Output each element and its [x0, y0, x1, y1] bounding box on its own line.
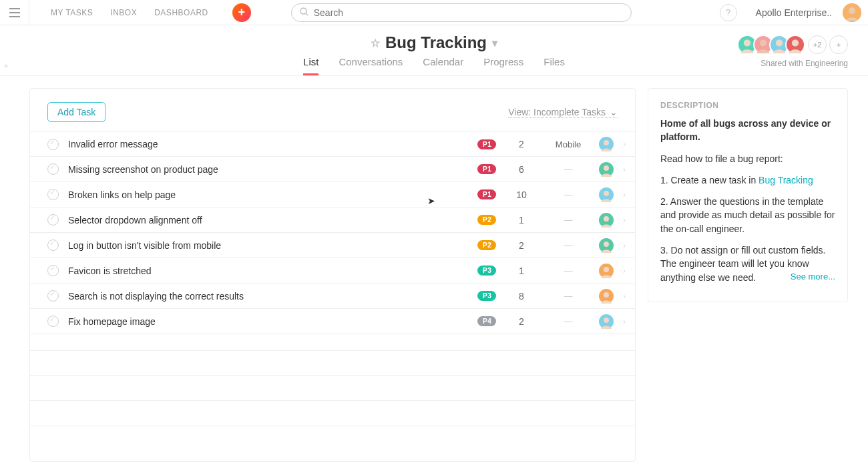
project-title[interactable]: ☆ Bug Tracking ▾ — [371, 33, 497, 52]
task-platform: — — [547, 316, 590, 326]
complete-checkbox[interactable] — [47, 139, 59, 150]
task-row[interactable]: Selector dropdown alignment offP21—› — [30, 207, 635, 233]
task-platform: — — [547, 215, 590, 225]
task-count: 2 — [505, 316, 537, 327]
nav-dashboard[interactable]: DASHBOARD — [154, 8, 208, 17]
svg-point-11 — [604, 242, 609, 247]
task-count: 1 — [505, 215, 537, 225]
task-count: 2 — [505, 240, 537, 251]
complete-checkbox[interactable] — [47, 163, 59, 175]
task-title[interactable]: Favicon is stretched — [68, 266, 468, 276]
complete-checkbox[interactable] — [47, 265, 59, 276]
task-platform: Mobile — [547, 139, 590, 149]
chevron-right-icon: › — [623, 215, 626, 225]
task-title[interactable]: Search is not displaying the correct res… — [68, 291, 468, 302]
priority-badge: P2 — [477, 215, 496, 225]
svg-point-0 — [300, 8, 306, 14]
complete-checkbox[interactable] — [47, 316, 59, 327]
svg-point-2 — [849, 7, 855, 14]
search-input-wrap[interactable] — [291, 3, 632, 22]
assignee-avatar[interactable] — [599, 162, 614, 177]
priority-badge: P1 — [477, 189, 496, 199]
task-row[interactable]: Missing screenshot on product pageP16—› — [30, 157, 635, 182]
assignee-avatar[interactable] — [599, 289, 614, 304]
description-line: 3. Do not assign or fill out custom fiel… — [660, 244, 835, 284]
help-button[interactable]: ? — [720, 4, 737, 21]
task-list-panel: Add Task View: Incomplete Tasks ⌄ Invali… — [29, 88, 636, 462]
assignee-avatar[interactable] — [599, 187, 614, 202]
svg-point-5 — [776, 39, 783, 46]
priority-badge: P4 — [477, 316, 496, 326]
assignee-avatar[interactable] — [599, 137, 614, 151]
svg-point-13 — [604, 292, 609, 298]
task-row[interactable]: Log in button isn't visible from mobileP… — [30, 233, 635, 258]
search-input[interactable] — [314, 7, 623, 18]
nav-inbox[interactable]: INBOX — [110, 8, 137, 17]
complete-checkbox[interactable] — [47, 290, 59, 302]
priority-badge: P3 — [477, 266, 496, 276]
svg-point-3 — [744, 39, 750, 46]
workspace-switcher[interactable]: Apollo Enterprise.. — [756, 7, 832, 18]
task-title[interactable]: Log in button isn't visible from mobile — [68, 240, 468, 251]
global-add-button[interactable]: + — [232, 3, 251, 22]
empty-task-row[interactable] — [30, 350, 635, 376]
task-count: 10 — [505, 189, 537, 200]
svg-point-12 — [604, 267, 609, 272]
tab-list[interactable]: List — [303, 56, 318, 75]
add-member-button[interactable]: + — [829, 35, 848, 54]
member-overflow[interactable]: +2 — [808, 35, 827, 54]
empty-task-row[interactable] — [30, 401, 635, 426]
description-heading: DESCRIPTION — [660, 101, 835, 110]
assignee-avatar[interactable] — [599, 213, 614, 227]
project-members: +2 + — [741, 35, 848, 55]
member-avatar[interactable] — [785, 35, 805, 55]
tab-files[interactable]: Files — [544, 56, 565, 75]
task-title[interactable]: Invalid error message — [68, 139, 468, 149]
chevron-right-icon: › — [623, 190, 626, 199]
chevron-down-icon: ⌄ — [610, 107, 618, 117]
priority-badge: P2 — [477, 240, 496, 250]
menu-icon[interactable] — [0, 0, 29, 25]
task-row[interactable]: Invalid error messageP12Mobile› — [30, 131, 635, 157]
task-row[interactable]: Favicon is stretchedP31—› — [30, 258, 635, 284]
chevron-right-icon: › — [623, 317, 626, 326]
tab-calendar[interactable]: Calendar — [423, 56, 463, 75]
svg-point-9 — [604, 191, 609, 196]
chevron-right-icon: › — [623, 139, 626, 149]
current-user-avatar[interactable] — [843, 3, 861, 22]
svg-point-10 — [604, 216, 609, 221]
view-filter[interactable]: View: Incomplete Tasks ⌄ — [508, 107, 618, 118]
assignee-avatar[interactable] — [599, 264, 614, 278]
task-row[interactable]: Search is not displaying the correct res… — [30, 284, 635, 309]
see-more-link[interactable]: See more... — [791, 271, 835, 284]
nav-my-tasks[interactable]: MY TASKS — [51, 8, 93, 17]
task-count: 2 — [505, 139, 537, 149]
task-row[interactable]: Broken links on help pageP110—› — [30, 182, 635, 207]
shared-with-label[interactable]: Shared with Engineering — [761, 59, 848, 68]
complete-checkbox[interactable] — [47, 240, 59, 251]
tab-progress[interactable]: Progress — [483, 56, 523, 75]
assignee-avatar[interactable] — [599, 314, 614, 329]
priority-badge: P3 — [477, 291, 496, 301]
svg-point-6 — [792, 39, 799, 46]
bug-tracking-link[interactable]: Bug Tracking — [758, 175, 813, 185]
task-title[interactable]: Fix homepage image — [68, 316, 468, 327]
task-title[interactable]: Broken links on help page — [68, 189, 468, 200]
task-row[interactable]: Fix homepage imageP42—› — [30, 309, 635, 334]
assignee-avatar[interactable] — [599, 238, 614, 253]
chevron-right-icon: › — [623, 165, 626, 174]
favorite-star-icon[interactable]: ☆ — [371, 37, 380, 49]
task-title[interactable]: Missing screenshot on product page — [68, 164, 468, 175]
search-icon — [300, 7, 308, 18]
project-menu-caret-icon[interactable]: ▾ — [492, 37, 497, 49]
add-task-button[interactable]: Add Task — [47, 102, 105, 122]
complete-checkbox[interactable] — [47, 189, 59, 200]
task-title[interactable]: Selector dropdown alignment off — [68, 215, 468, 225]
empty-task-row[interactable] — [30, 376, 635, 401]
description-card: DESCRIPTION Home of all bugs across any … — [648, 88, 848, 302]
task-platform: — — [547, 164, 590, 174]
complete-checkbox[interactable] — [47, 214, 59, 225]
description-line: 2. Answer the questions in the template … — [660, 195, 835, 236]
task-platform: — — [547, 266, 590, 276]
tab-conversations[interactable]: Conversations — [339, 56, 403, 75]
